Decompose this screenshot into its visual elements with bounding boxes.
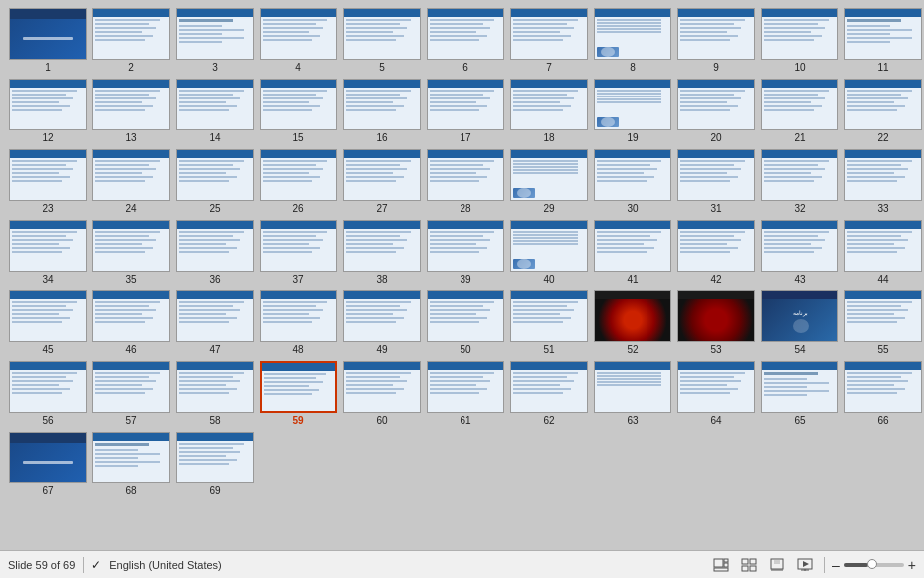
slide-thumb-5[interactable]	[343, 8, 421, 60]
slide-sorter-button[interactable]	[738, 554, 760, 576]
slide-thumb-27[interactable]	[343, 149, 421, 201]
slide-thumb-13[interactable]	[92, 79, 170, 130]
slide-thumb-43[interactable]	[761, 220, 838, 272]
slide-item-17[interactable]: 17	[426, 79, 505, 143]
slide-item-63[interactable]: 63	[593, 361, 672, 426]
slide-thumb-62[interactable]	[510, 361, 588, 413]
slide-thumb-19[interactable]	[594, 79, 671, 130]
slide-item-8[interactable]: 8	[593, 8, 672, 73]
zoom-plus[interactable]: +	[908, 558, 916, 572]
slide-thumb-49[interactable]	[343, 290, 421, 342]
slide-item-50[interactable]: 50	[426, 290, 505, 355]
slide-thumb-45[interactable]	[9, 290, 87, 342]
slide-thumb-14[interactable]	[176, 79, 254, 130]
slide-item-7[interactable]: 7	[509, 8, 589, 73]
slide-thumb-36[interactable]	[176, 220, 254, 272]
slide-thumb-30[interactable]	[594, 149, 671, 201]
slide-thumb-33[interactable]	[844, 149, 922, 201]
slide-thumb-22[interactable]	[844, 79, 922, 130]
slide-item-18[interactable]: 18	[509, 79, 589, 143]
slide-thumb-17[interactable]	[427, 79, 504, 130]
slide-thumb-24[interactable]	[92, 149, 170, 201]
slide-item-4[interactable]: 4	[259, 8, 338, 73]
slide-item-2[interactable]: 2	[92, 8, 171, 73]
slide-thumb-29[interactable]	[510, 149, 588, 201]
slide-thumb-34[interactable]	[9, 220, 87, 272]
slide-thumb-20[interactable]	[677, 79, 755, 130]
slide-item-12[interactable]: 12	[8, 79, 88, 143]
slide-thumb-26[interactable]	[260, 149, 337, 201]
slide-item-32[interactable]: 32	[760, 149, 839, 214]
slide-item-66[interactable]: 66	[843, 361, 923, 426]
slide-item-64[interactable]: 64	[676, 361, 756, 426]
slide-thumb-32[interactable]	[761, 149, 838, 201]
slide-thumb-63[interactable]	[594, 361, 671, 413]
slide-item-67[interactable]: 67	[8, 432, 88, 496]
slide-thumb-67[interactable]	[9, 432, 87, 483]
slide-thumb-69[interactable]	[176, 432, 254, 483]
slide-thumb-58[interactable]	[176, 361, 254, 413]
slide-thumb-55[interactable]	[844, 290, 922, 342]
slide-item-25[interactable]: 25	[175, 149, 255, 214]
slide-item-33[interactable]: 33	[843, 149, 923, 214]
zoom-slider[interactable]	[844, 563, 904, 567]
slide-item-56[interactable]: 56	[8, 361, 88, 426]
slide-item-68[interactable]: 68	[92, 432, 171, 496]
slide-thumb-54[interactable]: برنامه	[761, 290, 838, 342]
slide-thumb-11[interactable]	[844, 8, 922, 60]
slide-item-9[interactable]: 9	[676, 8, 756, 73]
slide-item-54[interactable]: برنامه54	[760, 290, 839, 355]
zoom-minus[interactable]: –	[832, 558, 840, 572]
slide-item-41[interactable]: 41	[593, 220, 672, 285]
slide-item-62[interactable]: 62	[509, 361, 589, 426]
slide-thumb-31[interactable]	[677, 149, 755, 201]
slide-thumb-21[interactable]	[761, 79, 838, 130]
slide-item-5[interactable]: 5	[342, 8, 422, 73]
slide-item-19[interactable]: 19	[593, 79, 672, 143]
slide-item-20[interactable]: 20	[676, 79, 756, 143]
slide-item-28[interactable]: 28	[426, 149, 505, 214]
slide-item-34[interactable]: 34	[8, 220, 88, 285]
slide-thumb-10[interactable]	[761, 8, 838, 60]
slide-thumb-64[interactable]	[677, 361, 755, 413]
slide-thumb-44[interactable]	[844, 220, 922, 272]
slide-item-1[interactable]: 1	[8, 8, 88, 73]
slide-thumb-40[interactable]	[510, 220, 588, 272]
slide-item-46[interactable]: 46	[92, 290, 171, 355]
slide-item-58[interactable]: 58	[175, 361, 255, 426]
slide-thumb-47[interactable]	[176, 290, 254, 342]
slide-thumb-51[interactable]	[510, 290, 588, 342]
slide-item-21[interactable]: 21	[760, 79, 839, 143]
slide-item-38[interactable]: 38	[342, 220, 422, 285]
slide-item-43[interactable]: 43	[760, 220, 839, 285]
slide-item-55[interactable]: 55	[843, 290, 923, 355]
slide-item-42[interactable]: 42	[676, 220, 756, 285]
slide-thumb-59[interactable]	[260, 361, 337, 413]
slide-thumb-1[interactable]	[9, 8, 87, 60]
slideshow-button[interactable]	[794, 554, 816, 576]
slide-thumb-8[interactable]	[594, 8, 671, 60]
slide-item-13[interactable]: 13	[92, 79, 171, 143]
slide-item-44[interactable]: 44	[843, 220, 923, 285]
slide-thumb-48[interactable]	[260, 290, 337, 342]
slide-thumb-9[interactable]	[677, 8, 755, 60]
slide-item-65[interactable]: 65	[760, 361, 839, 426]
slide-thumb-35[interactable]	[92, 220, 170, 272]
slide-thumb-39[interactable]	[427, 220, 504, 272]
slide-item-61[interactable]: 61	[426, 361, 505, 426]
slide-item-51[interactable]: 51	[509, 290, 589, 355]
slide-thumb-68[interactable]	[92, 432, 170, 483]
slide-thumb-3[interactable]	[176, 8, 254, 60]
slide-item-39[interactable]: 39	[426, 220, 505, 285]
slide-item-49[interactable]: 49	[342, 290, 422, 355]
slide-thumb-46[interactable]	[92, 290, 170, 342]
slide-panel[interactable]: 1234567891011121314151617181920212223242…	[0, 0, 924, 550]
slide-item-48[interactable]: 48	[259, 290, 338, 355]
slide-item-59[interactable]: 59	[259, 361, 338, 426]
slide-thumb-7[interactable]	[510, 8, 588, 60]
slide-thumb-25[interactable]	[176, 149, 254, 201]
slide-thumb-16[interactable]	[343, 79, 421, 130]
slide-item-69[interactable]: 69	[175, 432, 255, 496]
slide-thumb-4[interactable]	[260, 8, 337, 60]
slide-thumb-42[interactable]	[677, 220, 755, 272]
